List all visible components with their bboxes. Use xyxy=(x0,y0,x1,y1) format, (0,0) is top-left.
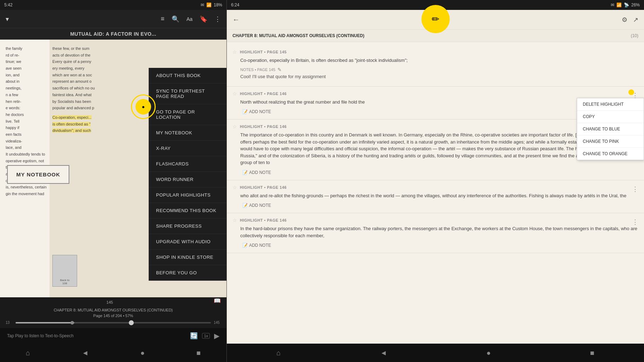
page-number-display: 145 xyxy=(107,300,113,304)
add-note-btn-2[interactable]: 📝 ADD NOTE xyxy=(240,109,273,115)
page-info: Page 145 of 204 • 57% xyxy=(6,314,221,318)
more-icon[interactable]: ⋮ xyxy=(214,15,221,23)
toolbar-right: ≡ 🔍 Aa 🔖 ⋮ xyxy=(161,15,221,23)
back-icon-left[interactable]: ◄ xyxy=(82,349,89,357)
menu-recommend[interactable]: RECOMMEND THIS BOOK xyxy=(149,203,226,218)
progress-end: 145 xyxy=(214,321,221,325)
add-note-icon-3: 📝 xyxy=(242,170,248,175)
pencil-icon: ✏ xyxy=(432,14,439,25)
back-icon-right[interactable]: ◄ xyxy=(380,349,387,357)
left-panel: 5:42 ✉ 📶 18% ▾ ≡ 🔍 Aa 🔖 ⋮ MUTUAL AID: A … xyxy=(0,0,226,362)
ctx-blue[interactable]: CHANGE TO BLUE xyxy=(577,123,644,135)
star-icon-2[interactable]: ☆ xyxy=(232,91,237,97)
time-left: 5:42 xyxy=(4,2,12,7)
square-icon-right[interactable]: ■ xyxy=(590,349,594,357)
back-arrow-icon[interactable]: ← xyxy=(232,16,240,24)
progress-page-display: 145 📖 xyxy=(0,297,226,306)
tts-bar: Tap Play to listen to Text-to-Speech 🔄 1… xyxy=(0,328,226,344)
battery-right: 26% xyxy=(631,2,640,7)
top-toolbar-left: ▾ ≡ 🔍 Aa 🔖 ⋮ xyxy=(0,10,226,28)
add-note-btn-3[interactable]: 📝 ADD NOTE xyxy=(240,169,273,176)
add-note-icon-2: 📝 xyxy=(242,109,248,114)
bookmark-icon[interactable]: 🔖 xyxy=(200,15,207,23)
menu-notebook[interactable]: MY NOTEBOOK xyxy=(149,125,226,141)
note-row-1: NOTES • PAGE 145 ✎ xyxy=(240,67,638,72)
filter-icon[interactable]: ⚙ xyxy=(622,16,627,24)
menu-flashcards[interactable]: FLASHCARDS xyxy=(149,156,226,172)
progress-thumb[interactable] xyxy=(129,320,134,325)
menu-shop[interactable]: SHOP IN KINDLE STORE xyxy=(149,250,226,265)
add-note-btn-5[interactable]: 📝 ADD NOTE xyxy=(240,242,273,249)
chevron-down-icon[interactable]: ▾ xyxy=(6,15,9,23)
star-icon-4[interactable]: ☆ xyxy=(232,185,237,190)
toolbar-left: ▾ xyxy=(6,15,9,23)
menu-sync[interactable]: SYNC TO FURTHEST PAGE READ xyxy=(149,83,226,104)
menu-icon[interactable]: ≡ xyxy=(161,15,165,23)
ctx-delete[interactable]: DELETE HIGHLIGHT xyxy=(577,98,644,111)
highlight-label-1: HIGHLIGHT • PAGE 145 xyxy=(240,50,287,54)
edit-note-icon-1[interactable]: ✎ xyxy=(277,67,282,72)
progress-bar[interactable] xyxy=(16,322,211,323)
search-icon[interactable]: 🔍 xyxy=(172,15,179,23)
battery-left: 18% xyxy=(214,2,222,7)
add-note-btn-4[interactable]: 📝 ADD NOTE xyxy=(240,202,273,209)
ctx-copy[interactable]: COPY xyxy=(577,111,644,123)
highlights-list: ☆ HIGHLIGHT • PAGE 145 Co-operation, esp… xyxy=(227,42,644,344)
prev-page-number: 108 xyxy=(62,282,67,285)
add-note-icon-4: 📝 xyxy=(242,203,248,208)
ctx-pink[interactable]: CHANGE TO PINK xyxy=(577,135,644,148)
menu-goto[interactable]: GO TO PAGE OR LOCATION xyxy=(149,104,226,125)
progress-percent: 57% xyxy=(125,314,133,318)
dropdown-menu: ABOUT THIS BOOK SYNC TO FURTHEST PAGE RE… xyxy=(149,68,226,281)
menu-about[interactable]: ABOUT THIS BOOK xyxy=(149,68,226,83)
chapter-count: (10) xyxy=(631,33,638,38)
circle-icon-left[interactable]: ● xyxy=(140,349,145,357)
menu-upgrade[interactable]: UPGRADE WITH AUDIO xyxy=(149,234,226,250)
home-icon-right[interactable]: ⌂ xyxy=(276,349,281,357)
menu-xray[interactable]: X-RAY xyxy=(149,141,226,156)
mail-icon: ✉ xyxy=(201,2,204,7)
menu-popular[interactable]: POPULAR HIGHLIGHTS xyxy=(149,187,226,203)
menu-wordrunner[interactable]: WORD RUNNER xyxy=(149,172,226,187)
more-btn-5[interactable]: ⋮ xyxy=(632,218,638,226)
yellow-dot-2 xyxy=(628,89,634,95)
home-icon-left[interactable]: ⌂ xyxy=(26,349,30,357)
note-text-1: Cool! I'll use that quote for my assignm… xyxy=(240,74,638,79)
notes-label-1: NOTES • PAGE 145 xyxy=(240,68,275,72)
star-icon-5[interactable]: ☆ xyxy=(232,217,237,223)
highlight-item-2: ☆ HIGHLIGHT • PAGE 146 ⋮ North without r… xyxy=(227,87,644,120)
tts-text: Tap Play to listen to Text-to-Speech xyxy=(7,333,74,338)
highlight-meta-2: ☆ HIGHLIGHT • PAGE 146 ⋮ xyxy=(232,91,638,97)
menu-before[interactable]: BEFORE YOU GO xyxy=(149,265,226,281)
page-separator: of xyxy=(111,314,115,318)
tts-controls: 🔄 1x ▶ xyxy=(190,332,219,340)
share-icon[interactable]: ↗ xyxy=(633,16,638,24)
star-icon-3[interactable]: ☆ xyxy=(232,124,237,129)
ctx-orange[interactable]: CHANGE TO ORANGE xyxy=(577,148,644,160)
tts-speed[interactable]: 1x xyxy=(202,333,210,339)
prev-page-label: Back to xyxy=(60,279,70,282)
highlight-label-4: HIGHLIGHT • PAGE 146 xyxy=(240,185,287,189)
highlight-label-2: HIGHLIGHT • PAGE 146 xyxy=(240,92,287,96)
add-note-label-3: ADD NOTE xyxy=(249,170,271,175)
font-icon[interactable]: Aa xyxy=(186,16,192,22)
tts-play-btn[interactable]: ▶ xyxy=(214,332,219,340)
menu-share[interactable]: SHARE PROGRESS xyxy=(149,218,226,234)
pencil-circle-annotation: ✏ xyxy=(421,5,450,33)
progress-fill xyxy=(16,322,74,323)
progress-container: 13 145 xyxy=(6,319,221,326)
circle-icon-right[interactable]: ● xyxy=(487,349,491,357)
notebook-popup[interactable]: MY NOTEBOOK xyxy=(7,165,69,184)
status-bar-left: 5:42 ✉ 📶 18% xyxy=(0,0,226,10)
page-of: Page xyxy=(93,314,104,318)
star-icon-1[interactable]: ☆ xyxy=(232,49,237,55)
notebook-popup-label: MY NOTEBOOK xyxy=(16,171,60,177)
prev-page-thumbnail[interactable]: Back to 108 xyxy=(52,255,77,287)
highlight-meta-5: ☆ HIGHLIGHT • PAGE 146 ⋮ xyxy=(232,217,638,223)
chapter-title: CHAPTER 8: MUTUAL AID AMONGST OURSELVES … xyxy=(232,33,364,38)
tts-speed-icon[interactable]: 🔄 xyxy=(190,332,198,340)
context-menu-2: DELETE HIGHLIGHT COPY CHANGE TO BLUE CHA… xyxy=(577,98,644,160)
more-btn-4[interactable]: ⋮ xyxy=(632,185,638,193)
square-icon-left[interactable]: ■ xyxy=(196,349,201,357)
nav-bar-right: ⌂ ◄ ● ■ xyxy=(227,344,644,362)
